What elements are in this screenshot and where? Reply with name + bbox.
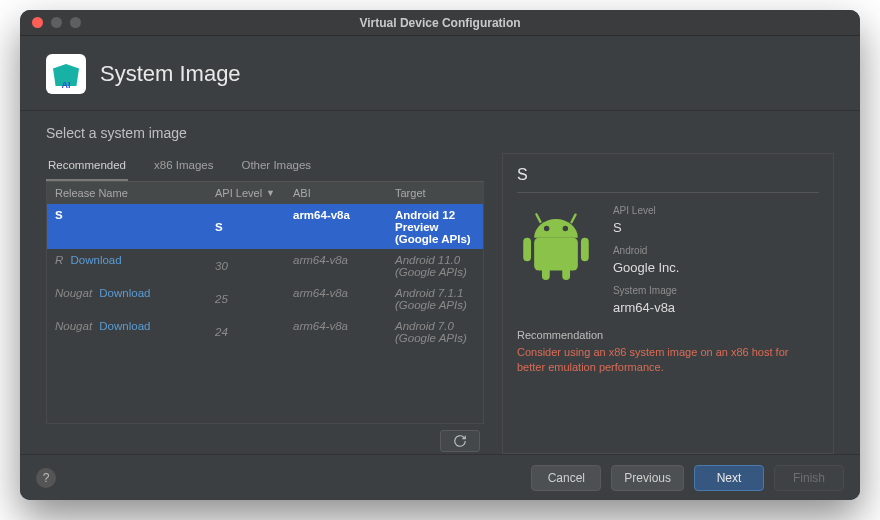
content: Select a system image Recommended x86 Im… bbox=[20, 111, 860, 454]
sort-desc-icon: ▼ bbox=[266, 188, 275, 198]
app-icon-text: AI bbox=[62, 80, 71, 90]
recommendation-text: Consider using an x86 system image on an… bbox=[517, 345, 819, 375]
recommendation-label: Recommendation bbox=[517, 329, 819, 341]
api-level-label: API Level bbox=[613, 205, 680, 216]
col-target[interactable]: Target bbox=[387, 182, 483, 204]
svg-rect-4 bbox=[562, 267, 570, 279]
tabs: Recommended x86 Images Other Images bbox=[46, 153, 484, 182]
api-level-value: S bbox=[613, 220, 680, 235]
dialog-window: Virtual Device Configuration AI System I… bbox=[20, 10, 860, 500]
col-abi[interactable]: ABI bbox=[285, 182, 387, 204]
svg-rect-2 bbox=[581, 238, 589, 261]
header: AI System Image bbox=[20, 36, 860, 111]
refresh-bar bbox=[46, 424, 484, 454]
help-button[interactable]: ? bbox=[36, 468, 56, 488]
tab-recommended[interactable]: Recommended bbox=[46, 153, 128, 181]
details-kv: API Level S Android Google Inc. System I… bbox=[613, 205, 680, 315]
titlebar: Virtual Device Configuration bbox=[20, 10, 860, 36]
details-title: S bbox=[517, 166, 819, 193]
svg-rect-3 bbox=[542, 267, 550, 279]
cancel-button[interactable]: Cancel bbox=[531, 465, 601, 491]
sysimg-value: arm64-v8a bbox=[613, 300, 680, 315]
tab-x86-images[interactable]: x86 Images bbox=[152, 153, 215, 181]
svg-point-8 bbox=[563, 226, 568, 231]
details-panel: S bbox=[502, 153, 834, 454]
refresh-button[interactable] bbox=[440, 430, 480, 452]
table-body: S S arm64-v8a Android 12 Preview (Google… bbox=[47, 204, 483, 423]
svg-point-7 bbox=[544, 226, 549, 231]
table-row[interactable]: Nougat Download 25 arm64-v8a Android 7.1… bbox=[47, 282, 483, 315]
finish-button: Finish bbox=[774, 465, 844, 491]
footer: ? Cancel Previous Next Finish bbox=[20, 454, 860, 500]
tab-other-images[interactable]: Other Images bbox=[239, 153, 313, 181]
table-row[interactable]: Nougat Download 24 arm64-v8a Android 7.0… bbox=[47, 315, 483, 348]
subtitle: Select a system image bbox=[46, 125, 834, 141]
svg-rect-0 bbox=[534, 238, 578, 271]
page-title: System Image bbox=[100, 61, 241, 87]
col-api-level[interactable]: API Level ▼ bbox=[207, 182, 285, 204]
svg-rect-1 bbox=[523, 238, 531, 261]
download-link[interactable]: Download bbox=[99, 320, 150, 332]
col-release-name[interactable]: Release Name bbox=[47, 182, 207, 204]
download-link[interactable]: Download bbox=[99, 287, 150, 299]
app-icon: AI bbox=[46, 54, 86, 94]
system-image-table: Release Name API Level ▼ ABI Target S S … bbox=[46, 182, 484, 424]
android-value: Google Inc. bbox=[613, 260, 680, 275]
download-link[interactable]: Download bbox=[71, 254, 122, 266]
table-row[interactable]: R Download 30 arm64-v8a Android 11.0 (Go… bbox=[47, 249, 483, 282]
window-title: Virtual Device Configuration bbox=[20, 16, 860, 30]
sysimg-label: System Image bbox=[613, 285, 680, 296]
refresh-icon bbox=[453, 434, 467, 448]
svg-rect-5 bbox=[535, 213, 542, 224]
previous-button[interactable]: Previous bbox=[611, 465, 684, 491]
android-label: Android bbox=[613, 245, 680, 256]
help-icon: ? bbox=[43, 471, 50, 485]
android-logo-icon bbox=[517, 205, 597, 315]
svg-rect-6 bbox=[570, 213, 577, 224]
next-button[interactable]: Next bbox=[694, 465, 764, 491]
table-row[interactable]: S S arm64-v8a Android 12 Preview (Google… bbox=[47, 204, 483, 249]
details-body: API Level S Android Google Inc. System I… bbox=[517, 205, 819, 315]
left-panel: Recommended x86 Images Other Images Rele… bbox=[46, 153, 484, 454]
panels: Recommended x86 Images Other Images Rele… bbox=[46, 153, 834, 454]
table-header: Release Name API Level ▼ ABI Target bbox=[47, 182, 483, 204]
